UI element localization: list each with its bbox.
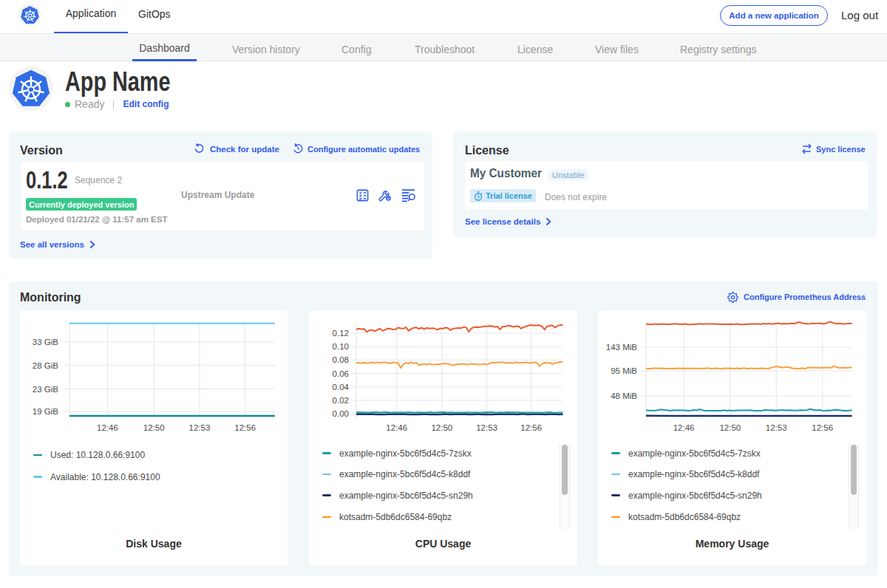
svg-text:0.00: 0.00 <box>333 409 349 418</box>
svg-text:28 GiB: 28 GiB <box>33 361 58 370</box>
svg-text:12:53: 12:53 <box>766 423 787 432</box>
svg-text:48 MiB: 48 MiB <box>611 392 637 400</box>
svg-text:0.10: 0.10 <box>333 342 349 351</box>
svg-text:12:50: 12:50 <box>719 423 741 432</box>
svg-text:23 GiB: 23 GiB <box>33 385 58 394</box>
svg-text:0.08: 0.08 <box>333 355 349 364</box>
svg-text:143 MiB: 143 MiB <box>606 343 638 352</box>
svg-text:12:53: 12:53 <box>476 423 497 432</box>
svg-text:19 GiB: 19 GiB <box>33 407 58 416</box>
svg-text:12:46: 12:46 <box>386 423 407 432</box>
svg-text:0.02: 0.02 <box>333 396 349 405</box>
svg-text:12:56: 12:56 <box>812 423 833 432</box>
svg-text:95 MiB: 95 MiB <box>611 366 637 375</box>
svg-text:33 GiB: 33 GiB <box>33 338 58 346</box>
svg-text:12:56: 12:56 <box>234 423 256 432</box>
svg-text:12:50: 12:50 <box>431 423 452 432</box>
svg-text:0.06: 0.06 <box>333 369 349 378</box>
svg-text:12:50: 12:50 <box>143 423 165 432</box>
svg-text:0.12: 0.12 <box>333 329 349 338</box>
svg-text:12:53: 12:53 <box>189 423 211 432</box>
svg-text:12:56: 12:56 <box>520 423 542 432</box>
svg-text:0.04: 0.04 <box>333 383 350 392</box>
svg-text:12:46: 12:46 <box>673 423 695 432</box>
svg-text:12:46: 12:46 <box>97 423 118 432</box>
